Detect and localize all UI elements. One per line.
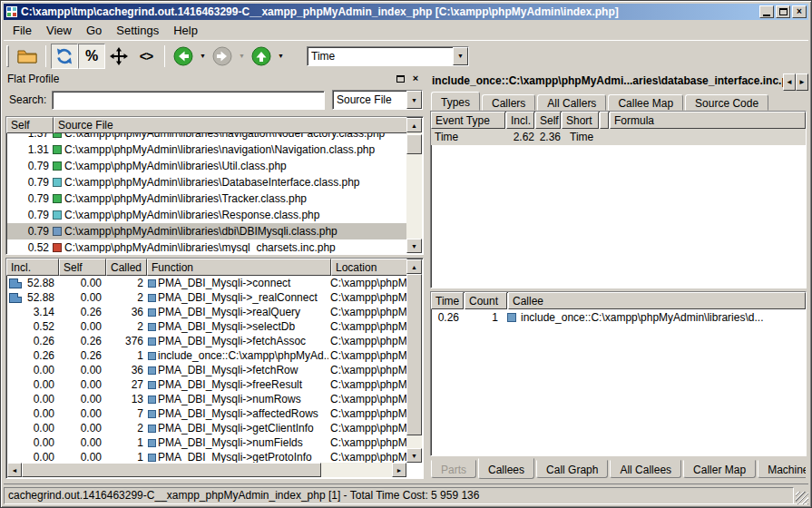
scroll-thumb[interactable] [22, 463, 321, 477]
event-type-select[interactable]: Time ▼ [307, 46, 469, 66]
flat-profile-dock: Flat Profile × Search: Source File ▼ Sel… [4, 71, 426, 481]
open-file-button[interactable] [14, 44, 41, 69]
column-header-self[interactable]: Self [59, 259, 106, 276]
function-row[interactable]: 0.000.007PMA_DBI_Mysqli->affectedRowsC:\… [7, 406, 406, 421]
tab-machine[interactable]: Machine [758, 460, 806, 478]
tab-source-code[interactable]: Source Code [685, 94, 768, 111]
scroll-up-icon[interactable]: ▲ [406, 118, 422, 132]
scroll-track[interactable] [406, 274, 422, 448]
search-input[interactable] [52, 91, 325, 110]
column-header-source-file[interactable]: Source File [54, 117, 407, 133]
source-file-row[interactable]: 0.79C:\xampp\phpMyAdmin\libraries\Respon… [7, 207, 406, 223]
function-row[interactable]: 0.000.001PMA_DBI_Mysqli->numFieldsC:\xam… [7, 435, 406, 450]
close-button[interactable]: × [792, 5, 807, 18]
function-row[interactable]: 0.000.001PMA_DBI_Mysqli->getProtoInfoC:\… [7, 450, 406, 463]
scroll-up-icon[interactable]: ▲ [406, 259, 422, 274]
back-button[interactable] [170, 44, 197, 69]
dock-title-bar[interactable]: Flat Profile × [4, 71, 426, 86]
percent-button[interactable]: % [78, 44, 105, 69]
function-icon [148, 294, 156, 302]
column-header-location[interactable]: Location [331, 259, 407, 276]
called-cell: 36 [105, 306, 145, 318]
tab-callers[interactable]: Callers [482, 94, 535, 111]
cycle-detection-button[interactable] [105, 44, 132, 69]
tab-callees[interactable]: Callees [478, 458, 534, 479]
tab-all-callees[interactable]: All Callees [610, 460, 681, 478]
column-header-self[interactable]: Self [535, 112, 561, 129]
function-name: PMA_DBI_Mysqli->getClientInfo [158, 422, 314, 435]
close-dock-button[interactable]: × [409, 73, 422, 84]
source-file-row[interactable]: 0.79C:\xampp\phpMyAdmin\libraries\dbi\DB… [7, 223, 406, 239]
back-dropdown[interactable]: ▼ [197, 44, 209, 69]
source-file-row[interactable]: 0.79C:\xampp\phpMyAdmin\libraries\Util.c… [7, 158, 406, 174]
menu-help[interactable]: Help [166, 22, 205, 39]
scroll-track[interactable] [22, 463, 392, 477]
function-row[interactable]: 52.880.002PMA_DBI_Mysqli->_realConnectC:… [7, 290, 406, 305]
column-header-incl[interactable]: Incl. [6, 259, 59, 276]
tab-caller-map[interactable]: Caller Map [683, 460, 756, 478]
tab-scroll-left-icon[interactable]: ◄ [783, 73, 796, 91]
tab-types[interactable]: Types [431, 92, 480, 111]
column-header-formula[interactable]: Formula [610, 112, 806, 129]
minimize-button[interactable] [759, 5, 774, 18]
tab-all-callers[interactable]: All Callers [537, 94, 606, 111]
scroll-thumb[interactable] [406, 274, 422, 435]
column-header-function[interactable]: Function [147, 259, 331, 276]
source-file-row[interactable]: 1.37C:\xampp\phpMyAdmin\libraries\naviga… [7, 133, 406, 142]
function-row[interactable]: 3.140.2636PMA_DBI_Mysqli->realQueryC:\xa… [7, 305, 406, 319]
source-file-row[interactable]: 0.79C:\xampp\phpMyAdmin\libraries\Tracke… [7, 190, 406, 207]
title-bar[interactable]: C:\xampp\tmp\cachegrind.out.1416463299-C… [4, 4, 808, 20]
column-header-count[interactable]: Count [465, 292, 507, 309]
source-file-row[interactable]: 0.52C:\xampp\phpMyAdmin\libraries\mysql_… [7, 239, 406, 253]
callee-row[interactable]: 0.26 1 include_once::C:\xampp\phpMyAdmin… [431, 309, 806, 326]
scroll-track[interactable] [406, 132, 422, 239]
tab-scroll-right-icon[interactable]: ► [796, 73, 808, 91]
toolbar-grip[interactable] [6, 45, 9, 67]
function-row[interactable]: 0.520.002PMA_DBI_Mysqli->selectDbC:\xamp… [7, 319, 406, 334]
function-name: PMA_DBI_Mysqli->numRows [158, 393, 301, 405]
menu-settings[interactable]: Settings [109, 22, 166, 39]
relative-cost-button[interactable]: <> [132, 44, 160, 69]
scroll-thumb[interactable] [406, 134, 422, 154]
column-header-callee[interactable]: Callee [508, 292, 806, 309]
function-row[interactable]: 0.000.0013PMA_DBI_Mysqli->numRowsC:\xamp… [7, 392, 406, 406]
source-file-row[interactable]: 0.79C:\xampp\phpMyAdmin\libraries\Databa… [7, 174, 406, 190]
column-header-incl[interactable]: Incl. [506, 112, 534, 129]
scroll-left-icon[interactable]: ◄ [7, 463, 22, 477]
column-header-called[interactable]: Called [106, 259, 147, 276]
scroll-down-icon[interactable]: ▼ [406, 448, 422, 463]
function-row[interactable]: 0.000.0027PMA_DBI_Mysqli->freeResultC:\x… [7, 377, 406, 392]
column-header-event-type[interactable]: Event Type [431, 112, 505, 129]
menu-file[interactable]: File [5, 22, 39, 39]
source-file-row[interactable]: 1.31C:\xampp\phpMyAdmin\libraries\naviga… [7, 142, 406, 158]
function-row[interactable]: 0.260.26376PMA_DBI_Mysqli->fetchAssocC:\… [7, 334, 406, 348]
column-header-time[interactable]: Time [431, 292, 464, 309]
event-type-dropdown-button[interactable]: ▼ [453, 47, 468, 65]
location-cell: C:\xampp\phpMy... [328, 407, 406, 420]
function-table-vscrollbar[interactable]: ▲ ▼ [406, 259, 422, 463]
menu-view[interactable]: View [39, 22, 79, 39]
reload-button[interactable] [51, 44, 78, 69]
scroll-right-icon[interactable]: ► [392, 463, 406, 477]
scroll-down-icon[interactable]: ▼ [406, 239, 422, 253]
column-header-short[interactable]: Short [562, 112, 599, 129]
source-list-vscrollbar[interactable]: ▲ ▼ [406, 118, 422, 253]
tab-call-graph[interactable]: Call Graph [536, 460, 608, 478]
function-row[interactable]: 0.000.0036PMA_DBI_Mysqli->fetchRowC:\xam… [7, 363, 406, 377]
tab-callee-map[interactable]: Callee Map [608, 94, 683, 111]
column-header-self[interactable]: Self [6, 117, 54, 133]
event-type-row[interactable]: Time 2.62 2.36 Time [431, 129, 806, 145]
float-dock-button[interactable] [394, 73, 406, 84]
function-row[interactable]: 0.260.261include_once::C:\xampp\phpMyAd.… [7, 348, 406, 363]
up-dropdown[interactable]: ▼ [275, 44, 287, 69]
resize-grip-icon[interactable] [796, 492, 808, 504]
function-row[interactable]: 0.000.002PMA_DBI_Mysqli->getClientInfoC:… [7, 421, 406, 435]
up-button[interactable] [248, 44, 275, 69]
function-table-hscrollbar[interactable]: ◄ ► [7, 463, 406, 477]
group-by-select[interactable]: Source File ▼ [332, 90, 423, 110]
column-header-spacer[interactable] [600, 112, 609, 129]
function-row[interactable]: 52.880.002PMA_DBI_Mysqli->connectC:\xamp… [7, 276, 406, 290]
group-by-dropdown-button[interactable]: ▼ [406, 91, 422, 109]
menu-go[interactable]: Go [79, 22, 109, 39]
maximize-button[interactable] [776, 5, 790, 18]
